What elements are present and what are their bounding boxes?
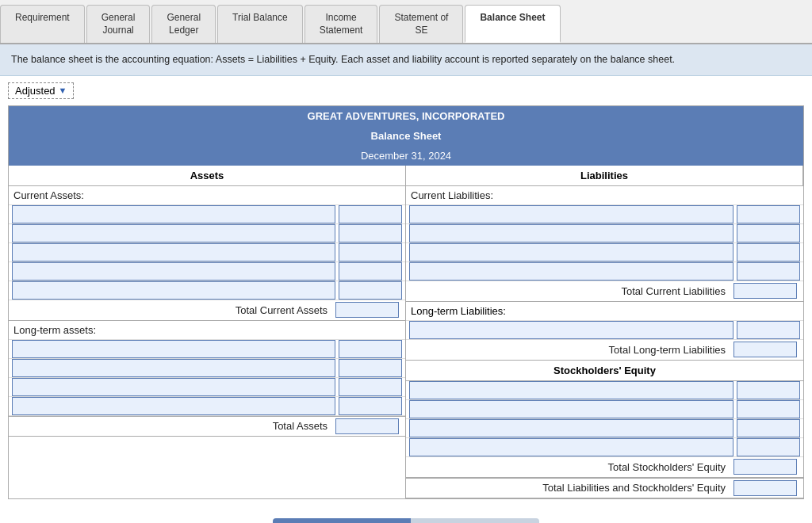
se-label-4[interactable] — [409, 438, 733, 456]
total-assets-label: Total Assets — [12, 420, 335, 432]
balance-sheet-container: GREAT ADVENTURES, INCORPORATED Balance S… — [8, 105, 804, 499]
long-term-assets-label: Long-term assets: — [9, 321, 405, 340]
tab-requirement[interactable]: Requirement — [0, 5, 85, 43]
adjusted-dropdown[interactable]: Adjusted ▼ — [8, 82, 74, 99]
total-current-assets-amount[interactable] — [335, 302, 399, 318]
current-asset-label-2[interactable] — [12, 224, 335, 242]
current-liability-amount-2[interactable] — [737, 224, 800, 242]
total-longterm-liabilities-label: Total Long-term Liabilities — [409, 344, 733, 356]
current-asset-amount-3[interactable] — [339, 243, 402, 262]
current-asset-amount-1[interactable] — [339, 205, 402, 223]
se-row-4 — [406, 438, 803, 457]
longterm-asset-row-2 — [9, 359, 405, 378]
tab-bar: Requirement GeneralJournal GeneralLedger… — [0, 0, 812, 44]
total-assets-amount[interactable] — [335, 418, 399, 434]
longterm-asset-row-3 — [9, 378, 405, 397]
longterm-asset-label-2[interactable] — [12, 359, 335, 377]
current-asset-label-3[interactable] — [12, 243, 335, 262]
longterm-asset-label-1[interactable] — [12, 340, 335, 358]
adjusted-row: Adjusted ▼ — [0, 76, 812, 105]
next-button[interactable]: Balance Sheet › — [411, 518, 539, 523]
dropdown-arrow-icon: ▼ — [59, 86, 67, 95]
current-asset-row-2 — [9, 224, 405, 243]
se-row-3 — [406, 419, 803, 438]
current-liability-row-1 — [406, 205, 803, 224]
longterm-liability-amount-1[interactable] — [737, 321, 800, 339]
current-liability-label-2[interactable] — [409, 224, 733, 242]
se-label-1[interactable] — [409, 381, 733, 399]
se-label-3[interactable] — [409, 419, 733, 437]
current-assets-label: Current Assets: — [9, 186, 405, 205]
current-asset-row-4 — [9, 262, 405, 281]
se-row-1 — [406, 381, 803, 400]
assets-column: Current Assets: — [9, 186, 406, 498]
current-liability-amount-3[interactable] — [737, 243, 800, 262]
tab-statement-se[interactable]: Statement ofSE — [379, 5, 463, 43]
total-se-row: Total Stockholders' Equity — [406, 457, 803, 478]
total-assets-row: Total Assets — [9, 416, 405, 437]
longterm-asset-label-3[interactable] — [12, 378, 335, 396]
sheet-body: Current Assets: — [9, 186, 803, 498]
current-asset-amount-2[interactable] — [339, 224, 402, 242]
liabilities-column-header: Liabilities — [406, 166, 803, 185]
current-liability-amount-4[interactable] — [737, 262, 800, 281]
stockholders-equity-header: Stockholders' Equity — [406, 361, 803, 381]
longterm-asset-amount-2[interactable] — [339, 359, 402, 377]
prev-button[interactable]: ‹ Statement of SE — [273, 518, 411, 523]
total-longterm-liabilities-amount[interactable] — [733, 342, 797, 357]
tab-trial-balance[interactable]: Trial Balance — [217, 5, 303, 43]
se-amount-1[interactable] — [737, 381, 800, 399]
current-liability-label-4[interactable] — [409, 262, 733, 281]
longterm-liability-label-1[interactable] — [409, 321, 733, 339]
total-liabilities-se-label: Total Liabilities and Stockholders' Equi… — [409, 482, 733, 494]
se-amount-4[interactable] — [737, 438, 800, 456]
total-se-label: Total Stockholders' Equity — [409, 461, 733, 473]
current-asset-row-3 — [9, 243, 405, 262]
longterm-asset-label-4[interactable] — [12, 397, 335, 415]
tab-balance-sheet[interactable]: Balance Sheet — [465, 5, 560, 43]
current-liability-row-3 — [406, 243, 803, 262]
total-current-liabilities-amount[interactable] — [733, 283, 797, 299]
bottom-navigation: ‹ Statement of SE Balance Sheet › — [0, 507, 812, 523]
total-current-assets-row: Total Current Assets — [9, 300, 405, 321]
current-asset-label-4[interactable] — [12, 262, 335, 281]
company-name: GREAT ADVENTURES, INCORPORATED — [9, 106, 803, 126]
total-longterm-liabilities-row: Total Long-term Liabilities — [406, 340, 803, 361]
longterm-asset-amount-1[interactable] — [339, 340, 402, 358]
se-amount-3[interactable] — [737, 419, 800, 437]
tab-general-journal[interactable]: GeneralJournal — [86, 5, 151, 43]
current-asset-label-1[interactable] — [12, 205, 335, 223]
current-asset-amount-4[interactable] — [339, 262, 402, 281]
current-asset-amount-5[interactable] — [339, 281, 402, 300]
se-amount-2[interactable] — [737, 400, 800, 418]
long-term-liabilities-label: Long-term Liabilities: — [406, 302, 803, 321]
longterm-liability-row-1 — [406, 321, 803, 340]
se-row-2 — [406, 400, 803, 419]
total-liabilities-se-amount[interactable] — [733, 480, 797, 496]
total-se-amount[interactable] — [733, 459, 797, 475]
current-asset-label-5[interactable] — [12, 281, 335, 300]
longterm-asset-row-1 — [9, 340, 405, 359]
longterm-asset-row-4 — [9, 397, 405, 416]
tab-income-statement[interactable]: IncomeStatement — [304, 5, 378, 43]
se-label-2[interactable] — [409, 400, 733, 418]
current-liability-row-2 — [406, 224, 803, 243]
sheet-date: December 31, 2024 — [9, 146, 803, 166]
tab-general-ledger[interactable]: GeneralLedger — [151, 5, 216, 43]
info-bar: The balance sheet is the accounting equa… — [0, 44, 812, 76]
total-current-liabilities-label: Total Current Liabilities — [409, 285, 733, 297]
total-current-liabilities-row: Total Current Liabilities — [406, 281, 803, 302]
longterm-asset-amount-4[interactable] — [339, 397, 402, 415]
current-liability-amount-1[interactable] — [737, 205, 800, 223]
current-liabilities-label: Current Liabilities: — [406, 186, 803, 205]
assets-column-header: Assets — [9, 166, 406, 185]
current-liability-label-1[interactable] — [409, 205, 733, 223]
current-liability-label-3[interactable] — [409, 243, 733, 262]
current-asset-row-1 — [9, 205, 405, 224]
total-current-assets-label: Total Current Assets — [12, 304, 335, 316]
current-liability-row-4 — [406, 262, 803, 281]
sheet-title: Balance Sheet — [9, 126, 803, 146]
liabilities-column: Current Liabilities: To — [406, 186, 803, 498]
longterm-asset-amount-3[interactable] — [339, 378, 402, 396]
total-liabilities-se-row: Total Liabilities and Stockholders' Equi… — [406, 478, 803, 498]
